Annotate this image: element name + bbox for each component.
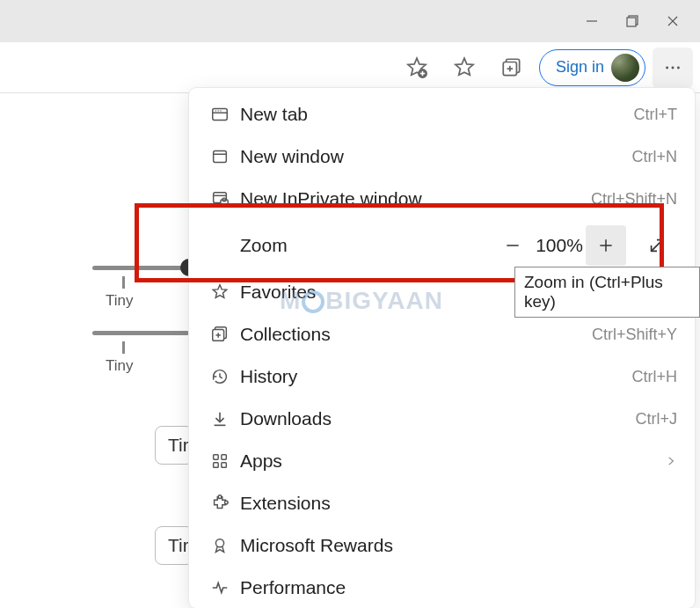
svg-rect-39 bbox=[222, 463, 227, 468]
svg-rect-2 bbox=[627, 18, 636, 26]
menu-item-label: New InPrivate window bbox=[238, 188, 591, 209]
menu-item-zoom: Zoom 100% bbox=[189, 220, 695, 271]
menu-item-label: Performance bbox=[238, 577, 677, 598]
menu-item-rewards[interactable]: Microsoft Rewards bbox=[189, 524, 695, 567]
zoom-out-button[interactable] bbox=[492, 225, 533, 266]
svg-point-17 bbox=[215, 110, 216, 111]
svg-line-29 bbox=[652, 240, 663, 252]
zoom-tooltip: Zoom in (Ctrl+Plus key) bbox=[514, 267, 700, 318]
zoom-value: 100% bbox=[533, 235, 586, 256]
svg-rect-36 bbox=[214, 455, 219, 460]
maximize-button[interactable] bbox=[612, 0, 653, 42]
zoom-label: Zoom bbox=[201, 235, 492, 256]
svg-rect-24 bbox=[221, 200, 228, 206]
menu-item-apps[interactable]: Apps bbox=[189, 440, 695, 482]
menu-item-label: New tab bbox=[238, 104, 634, 125]
svg-point-19 bbox=[220, 110, 221, 111]
shortcut-text: Ctrl+Shift+Y bbox=[592, 326, 677, 344]
avatar bbox=[611, 54, 639, 82]
shortcut-text: Ctrl+J bbox=[635, 410, 677, 429]
shortcut-text: Ctrl+Shift+N bbox=[591, 190, 677, 209]
menu-item-collections[interactable]: Collections Ctrl+Shift+Y bbox=[189, 313, 695, 355]
menu-item-label: New window bbox=[238, 146, 631, 167]
svg-rect-15 bbox=[213, 109, 228, 121]
svg-point-41 bbox=[225, 501, 229, 504]
favorites-icon[interactable] bbox=[444, 48, 485, 88]
menu-item-label: Downloads bbox=[238, 408, 635, 429]
extensions-icon bbox=[201, 494, 238, 513]
svg-point-42 bbox=[215, 539, 223, 547]
svg-rect-20 bbox=[214, 151, 227, 163]
menu-item-label: Microsoft Rewards bbox=[238, 535, 677, 556]
settings-menu: New tab Ctrl+T New window Ctrl+N New InP… bbox=[189, 88, 695, 608]
browser-toolbar: Sign in bbox=[0, 42, 700, 93]
more-button[interactable] bbox=[653, 48, 693, 88]
inprivate-icon bbox=[201, 189, 238, 209]
shortcut-text: Ctrl+T bbox=[634, 106, 678, 124]
signin-label: Sign in bbox=[556, 58, 604, 77]
svg-rect-37 bbox=[222, 455, 227, 460]
menu-item-inprivate[interactable]: New InPrivate window Ctrl+Shift+N bbox=[189, 178, 695, 220]
signin-button[interactable]: Sign in bbox=[539, 49, 645, 86]
menu-item-performance[interactable]: Performance bbox=[189, 567, 695, 608]
chevron-right-icon bbox=[660, 455, 677, 467]
bg-button-2[interactable]: Tir bbox=[155, 526, 193, 565]
close-button[interactable] bbox=[653, 0, 693, 42]
collections-menu-icon bbox=[201, 325, 238, 344]
svg-point-12 bbox=[666, 66, 668, 69]
rewards-icon bbox=[201, 536, 238, 555]
menu-item-label: History bbox=[238, 366, 631, 387]
svg-point-13 bbox=[672, 66, 674, 69]
menu-item-label: Extensions bbox=[238, 493, 677, 514]
shortcut-text: Ctrl+H bbox=[631, 368, 677, 386]
zoom-in-button[interactable] bbox=[586, 225, 626, 266]
menu-item-new-tab[interactable]: New tab Ctrl+T bbox=[189, 93, 695, 136]
collections-icon[interactable] bbox=[492, 48, 532, 88]
slider-label: Tiny bbox=[106, 292, 134, 310]
slider-label: Tiny bbox=[106, 357, 134, 375]
download-icon bbox=[201, 409, 238, 429]
menu-item-extensions[interactable]: Extensions bbox=[189, 482, 695, 524]
fullscreen-button[interactable] bbox=[637, 225, 677, 266]
svg-point-18 bbox=[217, 110, 218, 111]
minimize-button[interactable] bbox=[572, 0, 612, 42]
menu-item-label: Collections bbox=[238, 324, 592, 345]
performance-icon bbox=[201, 578, 238, 597]
menu-item-new-window[interactable]: New window Ctrl+N bbox=[189, 136, 695, 178]
menu-item-history[interactable]: History Ctrl+H bbox=[189, 355, 695, 398]
svg-rect-38 bbox=[214, 463, 219, 468]
new-tab-icon bbox=[201, 105, 238, 124]
titlebar bbox=[0, 0, 700, 42]
svg-point-40 bbox=[218, 495, 222, 499]
new-window-icon bbox=[201, 147, 238, 166]
bg-button-1[interactable]: Tir bbox=[155, 426, 193, 465]
menu-item-label: Apps bbox=[238, 451, 660, 472]
apps-icon bbox=[201, 451, 238, 471]
shortcut-text: Ctrl+N bbox=[631, 148, 677, 166]
star-icon bbox=[201, 282, 238, 302]
add-favorite-icon[interactable] bbox=[397, 48, 437, 88]
history-icon bbox=[201, 367, 238, 386]
menu-item-downloads[interactable]: Downloads Ctrl+J bbox=[189, 398, 695, 440]
svg-point-14 bbox=[677, 66, 680, 69]
